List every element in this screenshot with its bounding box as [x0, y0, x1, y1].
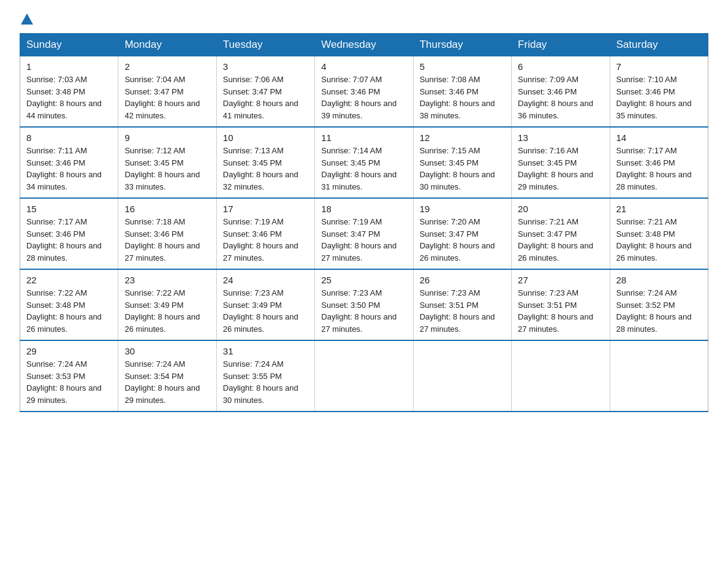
- calendar-cell: 25Sunrise: 7:23 AMSunset: 3:50 PMDayligh…: [315, 269, 413, 340]
- day-number: 28: [616, 275, 702, 285]
- day-info: Sunrise: 7:23 AMSunset: 3:50 PMDaylight:…: [321, 287, 406, 335]
- calendar-cell: 12Sunrise: 7:15 AMSunset: 3:45 PMDayligh…: [413, 127, 511, 198]
- calendar-cell: 15Sunrise: 7:17 AMSunset: 3:46 PMDayligh…: [20, 198, 118, 269]
- day-number: 22: [26, 275, 112, 285]
- day-number: 14: [616, 132, 702, 143]
- day-info: Sunrise: 7:12 AMSunset: 3:45 PMDaylight:…: [124, 145, 210, 193]
- calendar-cell: 27Sunrise: 7:23 AMSunset: 3:51 PMDayligh…: [512, 269, 610, 340]
- day-info: Sunrise: 7:18 AMSunset: 3:46 PMDaylight:…: [124, 216, 210, 264]
- day-info: Sunrise: 7:11 AMSunset: 3:46 PMDaylight:…: [26, 145, 112, 193]
- day-info: Sunrise: 7:23 AMSunset: 3:51 PMDaylight:…: [518, 287, 603, 335]
- day-info: Sunrise: 7:20 AMSunset: 3:47 PMDaylight:…: [420, 216, 505, 264]
- calendar-cell: 20Sunrise: 7:21 AMSunset: 3:47 PMDayligh…: [512, 198, 610, 269]
- calendar-cell: 11Sunrise: 7:14 AMSunset: 3:45 PMDayligh…: [315, 127, 413, 198]
- day-info: Sunrise: 7:23 AMSunset: 3:49 PMDaylight:…: [223, 287, 308, 335]
- calendar-cell: 7Sunrise: 7:10 AMSunset: 3:46 PMDaylight…: [610, 56, 708, 128]
- day-info: Sunrise: 7:19 AMSunset: 3:46 PMDaylight:…: [223, 216, 308, 264]
- page-header: [20, 15, 708, 23]
- day-info: Sunrise: 7:08 AMSunset: 3:46 PMDaylight:…: [420, 74, 505, 121]
- calendar-cell: 29Sunrise: 7:24 AMSunset: 3:53 PMDayligh…: [20, 340, 118, 412]
- day-number: 5: [420, 61, 505, 72]
- col-header-tuesday: Tuesday: [216, 34, 314, 56]
- calendar-cell: 22Sunrise: 7:22 AMSunset: 3:48 PMDayligh…: [20, 269, 118, 340]
- day-number: 27: [518, 275, 603, 285]
- calendar-cell: 1Sunrise: 7:03 AMSunset: 3:48 PMDaylight…: [20, 56, 118, 128]
- calendar-week-row: 8Sunrise: 7:11 AMSunset: 3:46 PMDaylight…: [20, 127, 708, 198]
- day-number: 18: [321, 204, 406, 214]
- calendar-cell: [413, 340, 511, 412]
- day-number: 29: [26, 346, 112, 356]
- day-info: Sunrise: 7:24 AMSunset: 3:55 PMDaylight:…: [223, 358, 308, 406]
- day-number: 4: [321, 61, 406, 72]
- calendar-header-row: SundayMondayTuesdayWednesdayThursdayFrid…: [20, 34, 708, 56]
- calendar-cell: 31Sunrise: 7:24 AMSunset: 3:55 PMDayligh…: [216, 340, 314, 412]
- calendar-cell: [315, 340, 413, 412]
- day-info: Sunrise: 7:24 AMSunset: 3:52 PMDaylight:…: [616, 287, 702, 335]
- col-header-sunday: Sunday: [20, 34, 118, 56]
- day-info: Sunrise: 7:16 AMSunset: 3:45 PMDaylight:…: [518, 145, 603, 193]
- calendar-cell: 4Sunrise: 7:07 AMSunset: 3:46 PMDaylight…: [315, 56, 413, 128]
- day-info: Sunrise: 7:23 AMSunset: 3:51 PMDaylight:…: [420, 287, 505, 335]
- calendar-week-row: 29Sunrise: 7:24 AMSunset: 3:53 PMDayligh…: [20, 340, 708, 412]
- calendar-cell: 2Sunrise: 7:04 AMSunset: 3:47 PMDaylight…: [118, 56, 216, 128]
- calendar-cell: 5Sunrise: 7:08 AMSunset: 3:46 PMDaylight…: [413, 56, 511, 128]
- day-number: 31: [223, 346, 308, 356]
- day-number: 12: [420, 132, 505, 143]
- day-info: Sunrise: 7:15 AMSunset: 3:45 PMDaylight:…: [420, 145, 505, 193]
- col-header-monday: Monday: [118, 34, 216, 56]
- day-info: Sunrise: 7:03 AMSunset: 3:48 PMDaylight:…: [26, 74, 112, 121]
- calendar-cell: 6Sunrise: 7:09 AMSunset: 3:46 PMDaylight…: [512, 56, 610, 128]
- calendar-cell: 23Sunrise: 7:22 AMSunset: 3:49 PMDayligh…: [118, 269, 216, 340]
- day-number: 16: [124, 204, 210, 214]
- calendar-cell: 19Sunrise: 7:20 AMSunset: 3:47 PMDayligh…: [413, 198, 511, 269]
- day-number: 11: [321, 132, 406, 143]
- day-info: Sunrise: 7:04 AMSunset: 3:47 PMDaylight:…: [124, 74, 210, 121]
- calendar-cell: 16Sunrise: 7:18 AMSunset: 3:46 PMDayligh…: [118, 198, 216, 269]
- day-info: Sunrise: 7:22 AMSunset: 3:49 PMDaylight:…: [124, 287, 210, 335]
- day-info: Sunrise: 7:21 AMSunset: 3:48 PMDaylight:…: [616, 216, 702, 264]
- calendar-cell: 28Sunrise: 7:24 AMSunset: 3:52 PMDayligh…: [610, 269, 708, 340]
- calendar-cell: 30Sunrise: 7:24 AMSunset: 3:54 PMDayligh…: [118, 340, 216, 412]
- col-header-wednesday: Wednesday: [315, 34, 413, 56]
- calendar-cell: 18Sunrise: 7:19 AMSunset: 3:47 PMDayligh…: [315, 198, 413, 269]
- logo: [20, 15, 34, 23]
- day-number: 15: [26, 204, 112, 214]
- calendar-week-row: 22Sunrise: 7:22 AMSunset: 3:48 PMDayligh…: [20, 269, 708, 340]
- logo-triangle-icon: [21, 13, 33, 25]
- calendar-cell: 14Sunrise: 7:17 AMSunset: 3:46 PMDayligh…: [610, 127, 708, 198]
- day-number: 8: [26, 132, 112, 143]
- day-number: 21: [616, 204, 702, 214]
- calendar-cell: [512, 340, 610, 412]
- day-number: 23: [124, 275, 210, 285]
- calendar-week-row: 1Sunrise: 7:03 AMSunset: 3:48 PMDaylight…: [20, 56, 708, 128]
- calendar-cell: 24Sunrise: 7:23 AMSunset: 3:49 PMDayligh…: [216, 269, 314, 340]
- day-number: 2: [124, 61, 210, 72]
- day-info: Sunrise: 7:10 AMSunset: 3:46 PMDaylight:…: [616, 74, 702, 121]
- day-number: 10: [223, 132, 308, 143]
- day-info: Sunrise: 7:14 AMSunset: 3:45 PMDaylight:…: [321, 145, 406, 193]
- day-number: 6: [518, 61, 603, 72]
- day-number: 19: [420, 204, 505, 214]
- calendar-cell: 10Sunrise: 7:13 AMSunset: 3:45 PMDayligh…: [216, 127, 314, 198]
- col-header-saturday: Saturday: [610, 34, 708, 56]
- col-header-friday: Friday: [512, 34, 610, 56]
- day-number: 20: [518, 204, 603, 214]
- day-info: Sunrise: 7:06 AMSunset: 3:47 PMDaylight:…: [223, 74, 308, 121]
- day-number: 17: [223, 204, 308, 214]
- day-info: Sunrise: 7:17 AMSunset: 3:46 PMDaylight:…: [616, 145, 702, 193]
- day-info: Sunrise: 7:19 AMSunset: 3:47 PMDaylight:…: [321, 216, 406, 264]
- calendar-cell: 13Sunrise: 7:16 AMSunset: 3:45 PMDayligh…: [512, 127, 610, 198]
- day-number: 24: [223, 275, 308, 285]
- day-info: Sunrise: 7:13 AMSunset: 3:45 PMDaylight:…: [223, 145, 308, 193]
- day-number: 9: [124, 132, 210, 143]
- day-number: 30: [124, 346, 210, 356]
- day-number: 25: [321, 275, 406, 285]
- calendar-cell: 26Sunrise: 7:23 AMSunset: 3:51 PMDayligh…: [413, 269, 511, 340]
- calendar-week-row: 15Sunrise: 7:17 AMSunset: 3:46 PMDayligh…: [20, 198, 708, 269]
- day-info: Sunrise: 7:07 AMSunset: 3:46 PMDaylight:…: [321, 74, 406, 121]
- day-info: Sunrise: 7:09 AMSunset: 3:46 PMDaylight:…: [518, 74, 603, 121]
- day-number: 26: [420, 275, 505, 285]
- day-info: Sunrise: 7:24 AMSunset: 3:53 PMDaylight:…: [26, 358, 112, 406]
- calendar-cell: 17Sunrise: 7:19 AMSunset: 3:46 PMDayligh…: [216, 198, 314, 269]
- calendar-cell: 8Sunrise: 7:11 AMSunset: 3:46 PMDaylight…: [20, 127, 118, 198]
